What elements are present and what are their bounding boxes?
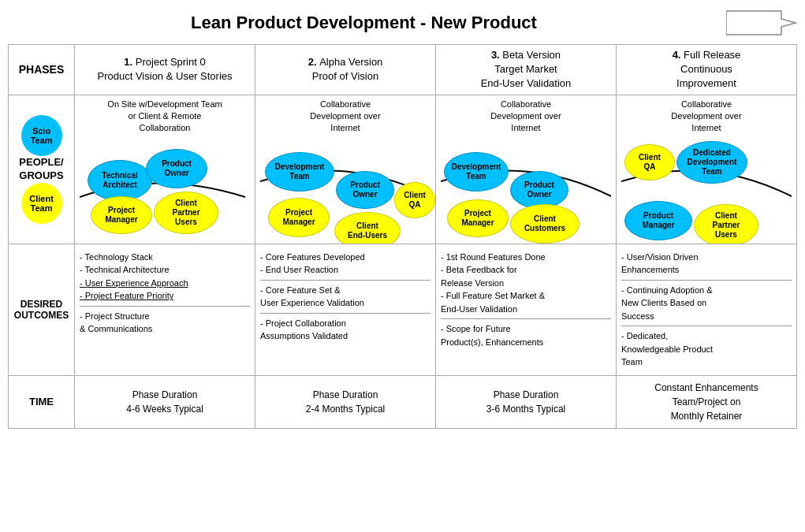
outcome4-1: - User/Vision DrivenEnhancements [621, 251, 792, 277]
phase1-ellipses: TechnicalArchitect ProductOwner ProjectM… [80, 138, 250, 225]
product-manager-ellipse4: ProductManager [624, 201, 692, 240]
outcome2-4: - Project CollaborationAssumptions Valid… [260, 317, 430, 343]
dev-team-ellipse2: DevelopmentTeam [265, 152, 334, 192]
phase2-ellipses: DevelopmentTeam ProductOwner ProjectMana… [260, 138, 430, 233]
client-partner-users-ellipse4: ClientPartnerUsers [694, 204, 758, 244]
header: Lean Product Development - New Product [8, 8, 797, 38]
project-manager-ellipse3: ProjectManager [447, 199, 509, 237]
outcome1-1: - Technology Stack [80, 251, 250, 264]
phase2-num: 2. [308, 56, 319, 68]
outcomes-phase2: - Core Features Developed - End User Rea… [255, 244, 436, 375]
phases-row: PHASES 1. Project Sprint 0 Product Visio… [9, 45, 797, 95]
outcome1-4: - Project Feature Priority [80, 289, 250, 303]
phase1-people: On Site w/Development Teamor Client & Re… [75, 95, 255, 244]
client-qa-ellipse2: ClientQA [394, 182, 435, 218]
time-phase4: Constant EnhancementsTeam/Project onMont… [616, 375, 796, 428]
outcome3-3: - Full Feature Set Market &End-User Vali… [441, 289, 611, 315]
phase3-name: Beta Version [502, 49, 561, 61]
outcome2-2: - End User Reaction [260, 263, 430, 277]
divider1 [80, 306, 250, 307]
outcomes-phase3: - 1st Round Features Done - Beta Feedbac… [436, 244, 617, 375]
phase4-header: 4. Full Release Continuous Improvement [616, 45, 796, 95]
phase4-collab-text: CollaborativeDevelopment overInternet [621, 99, 792, 135]
outcome4-2: - Continuing Adoption &New Clients Based… [621, 284, 792, 323]
outcome1-3: - User Experience Approach [80, 277, 250, 290]
time-phase3-duration: 3-6 Months Typical [486, 404, 566, 415]
phase1-name: Project Sprint 0 [136, 56, 206, 68]
phase3-num: 3. [491, 49, 502, 61]
phase1-sub: Product Vision & User Stories [98, 70, 233, 82]
dedicated-dev-team-ellipse: DedicatedDevelopmentTeam [676, 141, 747, 184]
project-manager-ellipse1: ProjectManager [91, 196, 152, 234]
arrow-icon [726, 8, 797, 38]
divider2 [260, 280, 430, 281]
people-row: Scio Team PEOPLE/GROUPS ClientTeam On Si… [9, 95, 797, 244]
phase2-sub: Proof of Vision [312, 70, 378, 82]
phase3-ellipses: DevelopmentTeam ProductOwner ProjectMana… [441, 138, 611, 233]
outcome4-3: - Dedicated,Knowledgeable ProductTeam [621, 329, 792, 369]
scio-team-badge: Scio Team [21, 115, 62, 156]
phase1-collab-text: On Site w/Development Teamor Client & Re… [80, 99, 250, 135]
phase4-num: 4. [673, 49, 684, 61]
phase2-name: Alpha Version [319, 56, 382, 68]
main-table: PHASES 1. Project Sprint 0 Product Visio… [8, 44, 797, 429]
phase2-collab-text: CollaborativeDevelopment overInternet [260, 99, 430, 135]
outcome1-5: - Project Structure& Communications [80, 310, 250, 336]
tech-architect-ellipse: TechnicalArchitect [88, 160, 152, 201]
outcomes-phase1: - Technology Stack - Technical Architect… [75, 244, 255, 375]
time-phase2: Phase Duration2-4 Months Typical [255, 375, 436, 428]
time-phase1: Phase Duration4-6 Weeks Typical [75, 375, 255, 428]
time-phase1-duration: 4-6 Weeks Typical [126, 404, 203, 415]
outcome1-2: - Technical Architecture [80, 263, 250, 277]
time-label: TIME [9, 375, 75, 428]
client-qa-ellipse4: ClientQA [624, 144, 675, 180]
time-phase2-duration: 2-4 Months Typical [306, 404, 386, 415]
outcome3-4: - Scope for FutureProduct(s), Enhancemen… [441, 322, 611, 348]
product-owner-ellipse1: ProductOwner [146, 149, 207, 188]
time-phase3: Phase Duration3-6 Months Typical [436, 375, 617, 428]
people-groups-label: PEOPLE/GROUPS [19, 156, 63, 183]
divider5 [621, 280, 792, 281]
phase4-name: Full Release [684, 49, 740, 61]
phase3-header: 3. Beta Version Target Market End-User V… [436, 45, 617, 95]
outcome3-2: - Beta Feedback forRelease Version [441, 263, 611, 289]
product-owner-ellipse2: ProductOwner [336, 171, 394, 209]
phase2-people: CollaborativeDevelopment overInternet De… [255, 95, 436, 244]
phase1-num: 1. [124, 56, 135, 68]
outcome3-1: - 1st Round Features Done [441, 251, 611, 264]
client-team-badge: ClientTeam [21, 183, 62, 224]
phase2-header: 2. Alpha Version Proof of Vision [255, 45, 436, 95]
divider3 [260, 313, 430, 314]
client-endusers-ellipse: ClientEnd-Users [334, 212, 401, 244]
outcomes-label: DESIREDOUTCOMES [9, 244, 75, 375]
outcomes-row: DESIREDOUTCOMES - Technology Stack - Tec… [9, 244, 797, 375]
outcomes-phase4: - User/Vision DrivenEnhancements - Conti… [616, 244, 796, 375]
outcome2-1: - Core Features Developed [260, 251, 430, 264]
people-label-col: Scio Team PEOPLE/GROUPS ClientTeam [9, 95, 75, 244]
phases-label: PHASES [9, 45, 75, 95]
phase3-people: CollaborativeDevelopment overInternet De… [436, 95, 617, 244]
outcome2-3: - Core Feature Set &User Experience Vali… [260, 284, 430, 310]
product-owner-ellipse3: ProductOwner [510, 171, 568, 209]
svg-marker-0 [726, 11, 796, 35]
phase4-people: CollaborativeDevelopment overInternet Cl… [616, 95, 796, 244]
phase4-ellipses: ClientQA DedicatedDevelopmentTeam Produc… [621, 138, 792, 240]
time-row: TIME Phase Duration4-6 Weeks Typical Pha… [9, 375, 797, 428]
divider4 [441, 318, 611, 319]
divider6 [621, 326, 792, 326]
page: Lean Product Development - New Product P… [0, 0, 805, 532]
phase1-header: 1. Project Sprint 0 Product Vision & Use… [75, 45, 255, 95]
client-customers-ellipse: ClientCustomers [510, 204, 580, 244]
project-manager-ellipse2: ProjectManager [268, 198, 330, 237]
phase4-sub: Continuous Improvement [676, 63, 736, 89]
client-partner-users-ellipse1: ClientPartnerUsers [154, 192, 218, 234]
phase3-sub: Target Market End-User Validation [481, 63, 572, 89]
phase3-collab-text: CollaborativeDevelopment overInternet [441, 99, 611, 135]
dev-team-ellipse3: DevelopmentTeam [444, 152, 509, 192]
page-title: Lean Product Development - New Product [8, 13, 720, 33]
